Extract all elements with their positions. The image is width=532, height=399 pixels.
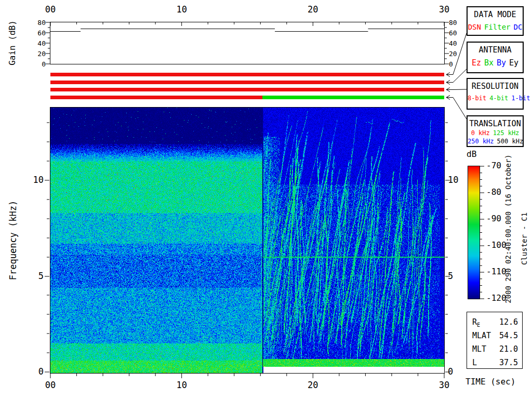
legend-data-mode-item: Filter xyxy=(484,23,511,31)
antenna-bar-segment xyxy=(50,81,444,84)
tick-or-line xyxy=(446,96,450,98)
legend-translation-item: 0 kHz xyxy=(471,129,490,137)
legend-antenna-item: By xyxy=(497,58,506,68)
colorbar-tick-label: -70 xyxy=(486,162,501,169)
wbd-spectrogram-plot: Gain (dB) Frequency (kHz) dB 2000 290 02… xyxy=(0,0,532,399)
gain-ytick-label-right: 60 xyxy=(449,30,457,36)
legend-resolution: RESOLUTION8-bit4-bit1-bit xyxy=(467,78,524,110)
ephemeris-box: RE12.6MLAT54.5MLT21.0L37.5 xyxy=(467,312,523,369)
tick-or-line xyxy=(446,88,450,90)
spacecraft-annotation: Cluster - C1 xyxy=(521,200,528,278)
legend-resolution-item: 4-bit xyxy=(489,95,508,102)
legend-antenna-item: Bx xyxy=(484,58,494,68)
time-tick-label: 00 xyxy=(45,381,56,390)
ephemeris-label: MLAT xyxy=(472,331,491,340)
gain-ytick-label-left: 80 xyxy=(30,19,46,26)
tick-or-line xyxy=(453,98,467,119)
ephemeris-value: 21.0 xyxy=(499,344,518,354)
gain-top-tick-label: 20 xyxy=(308,5,318,14)
freq-ytick-label-right: 0 xyxy=(448,367,453,376)
ephemeris-label-subscript: E xyxy=(477,322,480,328)
gain-ytick-label-left: 60 xyxy=(30,30,46,36)
freq-ytick-label-left: 10 xyxy=(28,176,44,184)
legend-translation: TRANSLATION0 kHz125 kHz250 kHz500 kHz xyxy=(467,115,524,147)
tick-or-line xyxy=(453,89,467,90)
datetime-annotation: 2000 290 02:40:00.000 (16 October) xyxy=(505,151,512,307)
ephemeris-row-l: L37.5 xyxy=(472,358,518,368)
translation-bar-segment xyxy=(262,96,444,99)
time-tick-label: 10 xyxy=(176,381,187,390)
gain-panel xyxy=(50,22,445,64)
freq-ytick-label-right: 5 xyxy=(448,272,453,281)
ephemeris-value: 12.6 xyxy=(499,317,518,327)
legend-antenna-title: ANTENNA xyxy=(468,45,523,55)
legend-antenna: ANTENNAEzBxByEy xyxy=(467,42,524,73)
colorbar-tick-label: -100 xyxy=(486,242,507,248)
time-axis-title: TIME (sec) xyxy=(466,378,515,385)
gain-axis-title: Gain (dB) xyxy=(9,2,16,85)
colorbar-tick-label: -120 xyxy=(486,295,507,301)
ephemeris-value: 37.5 xyxy=(499,358,518,367)
ephemeris-label: MLT xyxy=(472,344,486,354)
freq-ytick-label-left: 0 xyxy=(28,367,44,376)
gain-ytick-label-right: 20 xyxy=(449,50,457,57)
legend-data-mode-title: DATA MODE xyxy=(468,10,523,19)
colorbar-tick-label: -80 xyxy=(486,189,501,195)
legend-resolution-row: 8-bit4-bit1-bit xyxy=(468,95,523,102)
ephemeris-row-mlt: MLT21.0 xyxy=(472,344,518,355)
legend-translation-item: 500 kHz xyxy=(497,138,524,145)
legend-data-mode-item: DSN xyxy=(468,23,481,31)
legend-antenna-row: EzBxByEy xyxy=(468,58,523,68)
gain-ytick-label-left: 40 xyxy=(30,40,46,47)
tick-or-line xyxy=(446,90,450,92)
colorbar-gradient xyxy=(468,166,480,299)
frequency-axis-title: Frequency (kHz) xyxy=(9,190,18,291)
tick-or-line xyxy=(446,98,450,100)
gain-top-tick-label: 10 xyxy=(176,5,187,14)
gain-ytick-label-left: 0 xyxy=(30,61,46,68)
legend-translation-title: TRANSLATION xyxy=(468,119,523,128)
legend-translation-row: 250 kHz500 kHz xyxy=(468,138,523,145)
ephemeris-label: L xyxy=(472,358,477,367)
gain-ytick-label-right: 40 xyxy=(449,40,457,47)
gain-ytick-label-left: 20 xyxy=(30,50,46,57)
legend-antenna-item: Ez xyxy=(472,58,481,68)
time-tick-label: 30 xyxy=(439,381,449,390)
legend-resolution-item: 1-bit xyxy=(511,95,530,102)
tick-or-line xyxy=(446,73,450,75)
legend-translation-item: 125 kHz xyxy=(493,129,520,137)
translation-bar-segment xyxy=(50,96,262,99)
gain-ytick-label-right: 0 xyxy=(449,61,453,68)
legend-resolution-title: RESOLUTION xyxy=(468,82,523,91)
ephemeris-value: 54.5 xyxy=(499,331,518,340)
legend-data-mode-row: DSNFilterDC xyxy=(468,23,523,31)
gain-ytick-label-right: 80 xyxy=(449,19,457,26)
colorbar-tick-label: -90 xyxy=(486,215,501,222)
spectrogram-heatmap xyxy=(50,108,444,373)
legend-data-mode-item: DC xyxy=(514,23,523,31)
colorbar-unit-label: dB xyxy=(467,150,476,158)
freq-ytick-label-right: 10 xyxy=(448,176,458,184)
tick-or-line xyxy=(446,81,450,83)
gain-top-tick-label: 30 xyxy=(439,5,449,14)
legend-antenna-item: Ey xyxy=(509,58,518,68)
tick-or-line xyxy=(453,69,467,83)
ephemeris-row-mlat: MLAT54.5 xyxy=(472,331,518,341)
colorbar-tick-label: -110 xyxy=(486,268,507,275)
time-tick-label: 20 xyxy=(308,381,318,390)
legend-translation-item: 250 kHz xyxy=(468,138,494,145)
legend-data-mode: DATA MODEDSNFilterDC xyxy=(467,6,524,36)
gain-top-tick-label: 00 xyxy=(45,5,56,14)
data-mode-bar-segment xyxy=(50,73,444,76)
freq-ytick-label-left: 5 xyxy=(28,272,44,281)
tick-or-line xyxy=(446,83,450,85)
ephemeris-label: R xyxy=(472,317,477,327)
resolution-bar-segment xyxy=(50,88,444,91)
legend-translation-row: 0 kHz125 kHz xyxy=(468,129,523,137)
tick-or-line xyxy=(446,75,450,77)
legend-resolution-item: 8-bit xyxy=(468,95,486,102)
ephemeris-row-r: RE12.6 xyxy=(472,317,518,328)
